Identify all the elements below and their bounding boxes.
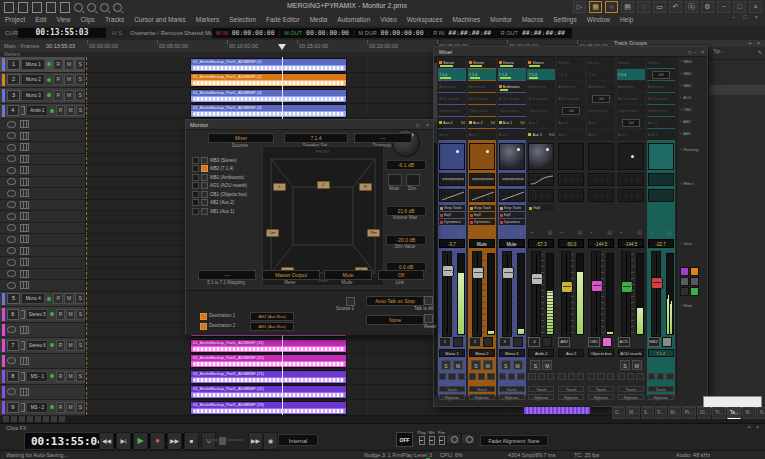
send-slot-0[interactable]: Stereo <box>557 57 585 68</box>
insert-menu-icon[interactable]: ▤ <box>458 229 463 236</box>
jog-slider-thumb[interactable] <box>218 436 227 446</box>
strip-bottom-icons[interactable]: ≡ ▤ <box>502 396 512 401</box>
fader-slot[interactable] <box>472 251 482 337</box>
source-checkbox[interactable] <box>201 199 208 206</box>
source-checkbox[interactable] <box>201 182 208 189</box>
collapsed-track-row[interactable] <box>0 257 85 269</box>
mini-button[interactable] <box>487 373 494 380</box>
track-m-button[interactable]: M <box>64 59 74 70</box>
monitor-bottom-select-2[interactable]: Mute <box>324 270 372 280</box>
lane-grid-icon[interactable] <box>20 143 29 151</box>
insert-menu-icon[interactable]: ▤ <box>607 229 612 236</box>
send-slot-2[interactable]: Ambisonic <box>647 81 675 92</box>
send-slot-6[interactable]: Aux 1 <box>438 129 466 140</box>
source-checkbox[interactable] <box>201 174 208 181</box>
eq-display-1[interactable] <box>499 189 525 202</box>
send-slot-2[interactable]: Ambisonic <box>617 81 645 92</box>
source-checkbox[interactable] <box>201 208 208 215</box>
touch-button[interactable]: Touch <box>618 386 644 392</box>
speaker-chip-c[interactable]: C <box>317 181 330 189</box>
section-panning[interactable]: − Panning <box>680 147 698 152</box>
track-r-button[interactable]: R <box>53 59 63 70</box>
window-tab-3[interactable]: F... <box>655 407 667 419</box>
track-header-5[interactable]: 5Mono 4RMS <box>0 292 85 308</box>
mini-button[interactable] <box>607 373 614 380</box>
fader-value[interactable]: -144.5 <box>618 239 644 248</box>
record-ready-icon[interactable] <box>47 62 51 66</box>
track-s-button[interactable]: S <box>75 74 85 85</box>
automation-off-button[interactable]: OFF <box>396 432 413 447</box>
visibility-icon[interactable] <box>7 201 16 208</box>
record-ready-icon[interactable] <box>47 297 51 301</box>
mini-button[interactable] <box>558 373 565 380</box>
fader-value[interactable]: Mute <box>469 239 495 248</box>
zoom-fit-icon[interactable] <box>113 3 122 12</box>
channel-name[interactable]: 7.1.4 <box>648 349 674 357</box>
menu-fade-editor[interactable]: Fade Editor <box>261 16 305 23</box>
scrub-button[interactable]: ◉ <box>263 432 278 450</box>
monitor-dim-button[interactable] <box>406 174 420 186</box>
save-project-icon[interactable] <box>32 2 42 13</box>
insert-menu-icon[interactable]: ▤ <box>667 229 672 236</box>
insert-add-row[interactable]: +▤ <box>588 229 614 236</box>
bus-section-ab2[interactable]: − AB2 <box>680 119 691 124</box>
clock-icon[interactable]: ◌ <box>637 1 650 13</box>
collapsed-track-row[interactable] <box>0 280 85 292</box>
track-groups-header-icons[interactable]: ┴ × <box>748 40 762 47</box>
mdi-window-controls[interactable]: − □ × <box>732 14 761 20</box>
touch-button[interactable]: Touch <box>439 386 465 392</box>
eq-display-1[interactable] <box>469 189 495 202</box>
send-slot-4[interactable]: Objects bus <box>587 105 615 116</box>
plugin-slot[interactable]: Strip Tools <box>439 205 465 211</box>
send-slot-6[interactable]: Aux 1 <box>587 129 615 140</box>
send-slot-3[interactable]: -Inf <box>587 93 615 104</box>
mute-button[interactable]: M <box>513 360 523 370</box>
track-m-button[interactable]: M <box>64 74 74 85</box>
lane-grid-icon[interactable] <box>20 247 29 255</box>
option-chip-3[interactable] <box>690 277 699 286</box>
lane-grid-icon[interactable] <box>20 212 29 220</box>
lane-grid-icon[interactable] <box>20 357 29 365</box>
send-slot-3[interactable]: AOU reverb <box>557 93 585 104</box>
send-slot-2[interactable]: Ambisonic <box>498 81 526 92</box>
fader-value[interactable]: -57.3 <box>528 239 554 248</box>
track-s-button[interactable]: S <box>75 90 85 101</box>
send-slot-1[interactable]: 7.1.4 <box>468 69 496 80</box>
send-slot-5[interactable]: Aux 250 <box>438 117 466 128</box>
source-checkbox[interactable] <box>201 191 208 198</box>
fader-alignment[interactable]: Fader Alignment: None <box>480 435 548 446</box>
mini-button[interactable] <box>666 373 673 380</box>
strip-bottom-icons[interactable]: ≡ ▤ <box>472 396 482 401</box>
send-slot-0[interactable]: Stereo <box>498 57 526 68</box>
mini-button[interactable] <box>547 373 554 380</box>
insert-add-row[interactable]: +▤ <box>469 229 495 236</box>
zoom-in-icon[interactable] <box>100 3 109 12</box>
mixer-window-icon[interactable]: ▦ <box>589 1 602 13</box>
field-value-m-dur[interactable]: 00:00:00:00 <box>381 29 424 37</box>
plugin-slot[interactable]: EqX <box>499 212 525 218</box>
send-slot-3[interactable]: AOU reverb <box>498 93 526 104</box>
bus-section-ab1[interactable]: − AB1 <box>680 131 691 136</box>
lane-grid-icon[interactable] <box>20 155 29 163</box>
mini-button[interactable] <box>458 373 465 380</box>
menu-media[interactable]: Media <box>305 16 333 23</box>
clip-sliver[interactable] <box>523 406 591 415</box>
source-checkbox[interactable] <box>201 165 208 172</box>
eq-display-0[interactable] <box>588 173 614 186</box>
settings-icon[interactable]: ⚙ <box>701 1 714 13</box>
send-slot-5[interactable]: -Inf <box>617 117 645 128</box>
track-collapse-button[interactable] <box>19 416 25 422</box>
visibility-icon[interactable] <box>7 178 16 185</box>
send-slot-2[interactable]: Ambisonic <box>557 81 585 92</box>
automation-play-button[interactable]: Play <box>417 430 426 445</box>
fader-value[interactable]: -3.7 <box>439 239 465 248</box>
menu-workspaces[interactable]: Workspaces <box>402 16 448 23</box>
track-header-9[interactable]: 9MS - 2RMS <box>0 400 85 416</box>
record-ready-icon[interactable] <box>50 109 54 113</box>
send-slot-3[interactable]: AOU reverb <box>527 93 555 104</box>
visibility-icon[interactable] <box>7 270 16 277</box>
insert-add-row[interactable]: +▤ <box>618 229 644 236</box>
collapsed-track-row[interactable] <box>0 142 85 154</box>
mini-button[interactable] <box>597 373 604 380</box>
ruler-format[interactable]: Main : Frames <box>4 43 39 49</box>
